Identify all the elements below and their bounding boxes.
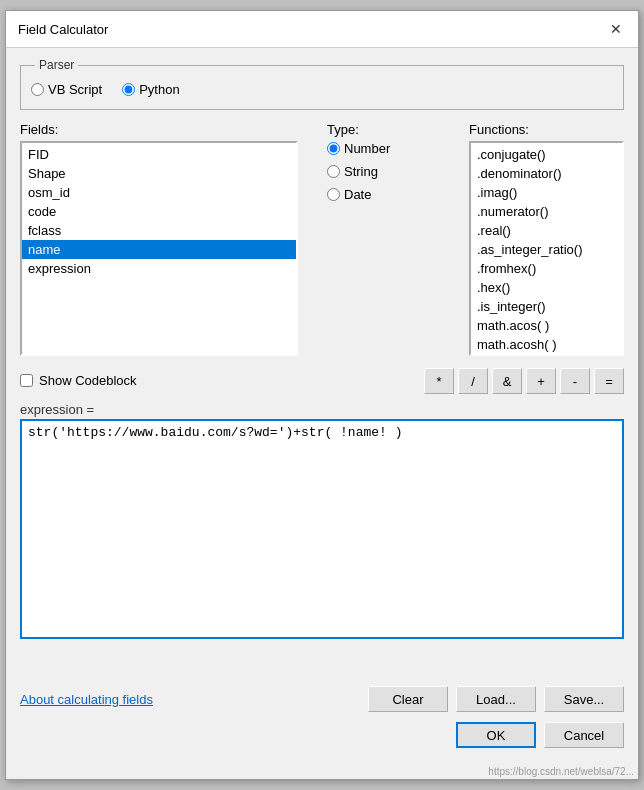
parser-row: VB Script Python [31, 78, 613, 101]
codeblock-label[interactable]: Show Codeblock [39, 373, 137, 388]
python-label: Python [139, 82, 179, 97]
cancel-button[interactable]: Cancel [544, 722, 624, 748]
ok-button[interactable]: OK [456, 722, 536, 748]
type-section: Type: NumberStringDate [327, 122, 457, 210]
type-option-text: String [344, 164, 378, 179]
codeblock-checkbox[interactable] [20, 374, 33, 387]
functions-list-item[interactable]: .real() [471, 221, 622, 240]
fields-label: Fields: [20, 122, 315, 137]
field-calculator-dialog: Field Calculator ✕ Parser VB Script Pyth… [5, 10, 639, 780]
functions-list-item[interactable]: .is_integer() [471, 297, 622, 316]
type-radio[interactable] [327, 188, 340, 201]
functions-list-item[interactable]: math.asin( ) [471, 354, 622, 356]
parser-legend: Parser [35, 58, 78, 72]
functions-list-item[interactable]: .hex() [471, 278, 622, 297]
functions-list-item[interactable]: .numerator() [471, 202, 622, 221]
fields-list-item[interactable]: expression [22, 259, 296, 278]
type-option-label[interactable]: Date [327, 187, 457, 202]
codeblock-operators-row: Show Codeblock */&+-= [20, 364, 624, 394]
operator-button[interactable]: * [424, 368, 454, 394]
expression-label: expression = [20, 402, 624, 417]
expression-section: expression = [20, 402, 624, 642]
type-option-label[interactable]: String [327, 164, 457, 179]
operator-button[interactable]: / [458, 368, 488, 394]
columns-row: Fields: FIDShapeosm_idcodefclassnameexpr… [20, 122, 624, 356]
vbscript-label: VB Script [48, 82, 102, 97]
fields-list-item[interactable]: fclass [22, 221, 296, 240]
title-bar: Field Calculator ✕ [6, 11, 638, 48]
save-button[interactable]: Save... [544, 686, 624, 712]
fields-list-item[interactable]: code [22, 202, 296, 221]
python-radio[interactable] [122, 83, 135, 96]
functions-list-item[interactable]: math.acos( ) [471, 316, 622, 335]
dialog-title: Field Calculator [18, 22, 108, 37]
load-button[interactable]: Load... [456, 686, 536, 712]
codeblock-row: Show Codeblock [20, 373, 137, 388]
functions-label: Functions: [469, 122, 624, 137]
button-row-right: Clear Load... Save... [368, 686, 624, 712]
type-option-text: Number [344, 141, 390, 156]
watermark: https://blog.csdn.net/weblsa/72... [6, 766, 638, 779]
fields-section: Fields: FIDShapeosm_idcodefclassnameexpr… [20, 122, 315, 356]
functions-list-item[interactable]: .imag() [471, 183, 622, 202]
operator-button[interactable]: & [492, 368, 522, 394]
parser-group: Parser VB Script Python [20, 58, 624, 110]
dialog-body: Parser VB Script Python Fields: FIDShape… [6, 48, 638, 766]
python-radio-label[interactable]: Python [122, 82, 179, 97]
operator-button[interactable]: = [594, 368, 624, 394]
operator-button[interactable]: - [560, 368, 590, 394]
operator-button[interactable]: + [526, 368, 556, 394]
fields-list-item[interactable]: name [22, 240, 296, 259]
bottom-section: About calculating fields Clear Load... S… [20, 676, 624, 756]
type-option-text: Date [344, 187, 371, 202]
functions-list-item[interactable]: .denominator() [471, 164, 622, 183]
fields-list-wrapper: FIDShapeosm_idcodefclassnameexpression [20, 141, 315, 356]
type-radio[interactable] [327, 142, 340, 155]
functions-list-item[interactable]: .fromhex() [471, 259, 622, 278]
vbscript-radio-label[interactable]: VB Script [31, 82, 102, 97]
vbscript-radio[interactable] [31, 83, 44, 96]
functions-list-item[interactable]: math.acosh( ) [471, 335, 622, 354]
type-radio[interactable] [327, 165, 340, 178]
functions-list-item[interactable]: .as_integer_ratio() [471, 240, 622, 259]
fields-list-item[interactable]: FID [22, 145, 296, 164]
type-label: Type: [327, 122, 457, 137]
type-options: NumberStringDate [327, 141, 457, 210]
fields-list[interactable]: FIDShapeosm_idcodefclassnameexpression [20, 141, 298, 356]
about-link[interactable]: About calculating fields [20, 692, 153, 707]
ok-cancel-row: OK Cancel [20, 722, 624, 756]
functions-section: Functions: .conjugate().denominator().im… [469, 122, 624, 356]
operators-row: */&+-= [424, 368, 624, 394]
fields-list-item[interactable]: Shape [22, 164, 296, 183]
action-button-row: About calculating fields Clear Load... S… [20, 680, 624, 714]
close-button[interactable]: ✕ [606, 19, 626, 39]
type-option-label[interactable]: Number [327, 141, 457, 156]
functions-list[interactable]: .conjugate().denominator().imag().numera… [469, 141, 624, 356]
functions-list-wrapper: .conjugate().denominator().imag().numera… [469, 141, 624, 356]
fields-list-item[interactable]: osm_id [22, 183, 296, 202]
expression-textarea[interactable] [20, 419, 624, 639]
functions-list-item[interactable]: .conjugate() [471, 145, 622, 164]
clear-button[interactable]: Clear [368, 686, 448, 712]
